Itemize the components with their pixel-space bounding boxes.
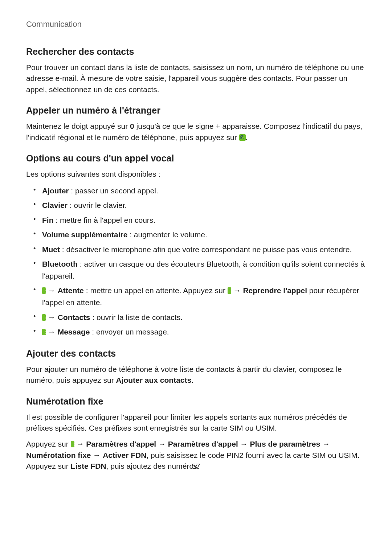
list-item: Clavier : ouvrir le clavier.	[37, 200, 366, 212]
bold-text: Ajouter aux contacts	[116, 376, 191, 384]
paragraph: Pour trouver un contact dans la liste de…	[26, 62, 366, 95]
heading-call-abroad: Appeler un numéro à l'étranger	[26, 105, 366, 116]
heading-search-contacts: Rechercher des contacts	[26, 46, 366, 57]
list-item: → Message : envoyer un message.	[37, 326, 366, 338]
text: .	[191, 376, 193, 384]
option-text: : envoyer un message.	[90, 328, 169, 336]
list-item: Fin : mettre fin à l'appel en cours.	[37, 214, 366, 226]
option-text: : ouvrir le clavier.	[68, 201, 127, 209]
paragraph: Maintenez le doigt appuyé sur 0 jusqu'à …	[26, 121, 366, 143]
menu-icon	[71, 441, 74, 447]
bold-text: Paramètres d'appel	[86, 440, 156, 448]
option-label: Bluetooth	[42, 260, 78, 268]
option-text: : augmenter le volume.	[127, 230, 207, 239]
arrow: →	[238, 440, 250, 448]
paragraph: Pour ajouter un numéro de téléphone à vo…	[26, 364, 366, 386]
paragraph: Les options suivantes sont disponibles :	[26, 169, 366, 180]
option-text: : activer un casque ou des écouteurs Blu…	[42, 260, 365, 280]
heading-add-contacts: Ajouter des contacts	[26, 348, 366, 359]
option-text: : ouvrir la liste de contacts.	[90, 313, 183, 321]
option-label: Reprendre l'appel	[243, 286, 307, 295]
bold-text: Numérotation fixe	[26, 451, 91, 459]
paragraph: Il est possible de configurer l'appareil…	[26, 412, 366, 434]
heading-fixed-dial: Numérotation fixe	[26, 396, 366, 407]
option-text: : désactiver le microphone afin que votr…	[60, 245, 352, 254]
option-text: : mettre fin à l'appel en cours.	[54, 216, 156, 224]
option-label: Contacts	[58, 313, 90, 321]
list-item: Volume supplémentaire : augmenter le vol…	[37, 229, 366, 241]
option-text: : mettre un appel en attente. Appuyez su…	[84, 286, 228, 295]
option-label: Muet	[42, 245, 60, 254]
menu-icon	[42, 287, 46, 294]
option-label: Clavier	[42, 201, 68, 209]
page-number: 57	[0, 462, 392, 471]
option-label: Volume supplémentaire	[42, 230, 127, 239]
heading-call-options: Options au cours d'un appel vocal	[26, 153, 366, 164]
bold-zero: 0	[130, 122, 134, 130]
option-text: : passer un second appel.	[69, 186, 158, 195]
arrow: →	[91, 451, 103, 459]
list-item: Muet : désactiver le microphone afin que…	[37, 244, 366, 256]
section-header: Communication	[26, 20, 366, 29]
list-item: Bluetooth : activer un casque ou des éco…	[37, 258, 366, 282]
text: Maintenez le doigt appuyé sur	[26, 122, 130, 130]
bold-text: Activer FDN	[103, 451, 146, 459]
arrow: →	[320, 440, 330, 448]
menu-icon	[42, 314, 46, 321]
option-label: Attente	[58, 286, 84, 295]
text: .	[246, 133, 248, 141]
arrow: →	[156, 440, 168, 448]
bold-text: Plus de paramètres	[250, 440, 320, 448]
bold-text: Paramètres d'appel	[168, 440, 238, 448]
option-label: Ajouter	[42, 186, 69, 195]
text: Appuyez sur	[26, 440, 71, 448]
options-list: Ajouter : passer un second appel. Clavie…	[26, 185, 366, 338]
menu-icon	[228, 287, 231, 294]
list-item: Ajouter : passer un second appel.	[37, 185, 366, 197]
list-item: → Attente : mettre un appel en attente. …	[37, 285, 366, 308]
option-label: Fin	[42, 216, 54, 224]
menu-icon	[42, 329, 46, 335]
call-icon	[239, 134, 246, 141]
list-item: → Contacts : ouvrir la liste de contacts…	[37, 312, 366, 324]
option-label: Message	[58, 328, 90, 336]
